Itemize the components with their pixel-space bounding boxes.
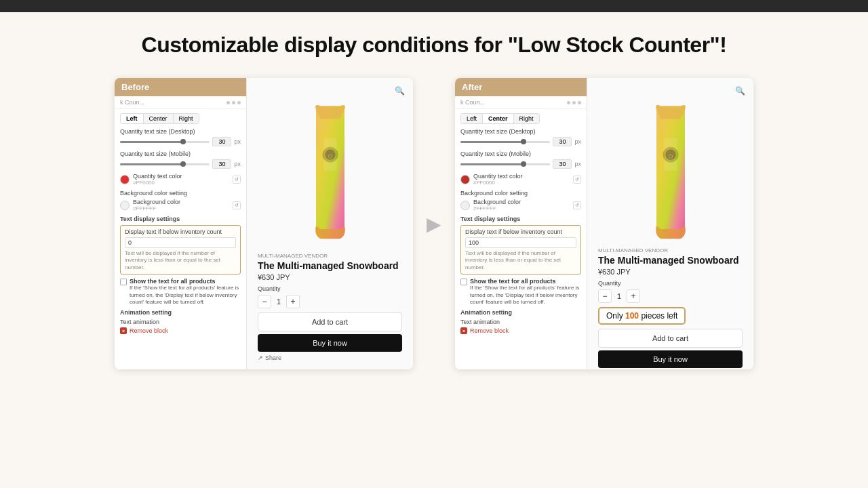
after-product-info: MULTI-MANAGED VENDOR The Multi-managed S… [595, 247, 745, 369]
quantity-control: − 1 + [258, 295, 402, 308]
after-display-text-helper: Text will be displayed if the number of … [465, 250, 576, 271]
after-desktop-slider-track[interactable] [460, 141, 550, 143]
after-desktop-size-label: Quantity text size (Desktop) [460, 128, 581, 135]
after-quantity-control: − 1 + [598, 289, 743, 303]
share-link[interactable]: ↗ Share [258, 354, 402, 361]
after-vendor-label: MULTI-MANAGED VENDOR [598, 247, 743, 253]
after-product-image-container: ⬡ [595, 100, 745, 242]
after-search-icon-row: 🔍 [595, 86, 745, 96]
after-show-all-products-checkbox[interactable] [460, 279, 467, 285]
qty-value: 1 [277, 298, 281, 306]
after-product-price: ¥630 JPY [598, 268, 743, 276]
after-mobile-slider-value: 30 [553, 159, 572, 169]
after-remove-block-btn[interactable]: × Remove block [460, 327, 581, 334]
after-product-panel: 🔍 [587, 78, 753, 369]
topbar-dots-after [567, 101, 581, 104]
mobile-size-label: Quantity text size (Mobile) [120, 150, 241, 157]
after-display-text-box: Display text if below inventory count Te… [460, 225, 581, 274]
animation-title: Animation setting [120, 309, 241, 316]
after-qty-minus-btn[interactable]: − [598, 289, 612, 303]
search-icon-row: 🔍 [255, 86, 405, 96]
after-mobile-slider-row: 30 px [460, 159, 581, 169]
after-settings-panel: After k Coun... Left Center Right Quanti… [455, 78, 587, 369]
before-settings-content: Left Center Right Quantity text size (De… [115, 109, 246, 367]
share-icon: ↗ [258, 354, 263, 361]
low-stock-number: 100 [625, 311, 639, 321]
after-mobile-slider-track[interactable] [460, 163, 550, 165]
bg-color-swatch[interactable] [120, 201, 130, 210]
text-color-row: Quantity text color #FF0000 ↺ [120, 173, 241, 186]
align-left-btn[interactable]: Left [121, 114, 144, 123]
add-to-cart-btn[interactable]: Add to cart [258, 312, 402, 331]
after-badge: After [455, 78, 587, 96]
product-image-container: ⬡ [255, 100, 405, 247]
panels-row: Before k Coun... Left Center Right Quant… [27, 78, 841, 369]
after-align-center-btn[interactable]: Center [483, 114, 514, 123]
low-stock-suffix: pieces left [639, 311, 677, 321]
after-text-color-swatch[interactable] [460, 175, 470, 184]
text-anim-label: Text animation [120, 319, 241, 325]
product-info: MULTI-MANAGED VENDOR The Multi-managed S… [255, 253, 405, 361]
product-price: ¥630 JPY [258, 273, 402, 281]
after-desktop-slider-value: 30 [553, 137, 572, 146]
after-search-icon[interactable]: 🔍 [735, 86, 745, 96]
desktop-slider-track[interactable] [120, 141, 210, 143]
arrow-icon: ▶ [427, 213, 441, 235]
after-text-anim-label: Text animation [460, 319, 581, 325]
remove-icon: × [120, 327, 127, 334]
after-mobile-size-label: Quantity text size (Mobile) [460, 150, 581, 157]
low-stock-badge: Only 100 pieces left [598, 307, 686, 325]
buy-now-btn[interactable]: Buy it now [258, 334, 402, 352]
after-remove-icon: × [460, 327, 467, 334]
after-buy-now-btn[interactable]: Buy it now [598, 350, 743, 368]
after-align-btn-group[interactable]: Left Center Right [460, 113, 540, 124]
page-title: Customizable display conditions for "Low… [142, 33, 727, 58]
align-center-btn[interactable]: Center [144, 114, 174, 123]
desktop-slider-row: 30 px [120, 137, 241, 146]
text-color-reset[interactable]: ↺ [233, 176, 241, 184]
checkbox-label: Show the text for all products [130, 278, 241, 285]
text-color-swatch[interactable] [120, 175, 130, 184]
after-product-title: The Multi-managed Snowboard [598, 255, 743, 266]
text-display-title: Text display settings [120, 216, 241, 222]
after-add-to-cart-btn[interactable]: Add to cart [598, 329, 743, 348]
show-all-products-row: Show the text for all products If the 'S… [120, 278, 241, 306]
after-bg-color-reset[interactable]: ↺ [573, 201, 581, 209]
remove-block-btn[interactable]: × Remove block [120, 327, 241, 334]
align-btn-group[interactable]: Left Center Right [120, 113, 199, 124]
after-align-right-btn[interactable]: Right [514, 114, 539, 123]
qty-plus-btn[interactable]: + [286, 295, 300, 308]
bg-color-row: Background color #FFFFFF ↺ [120, 199, 241, 211]
qty-minus-btn[interactable]: − [258, 295, 271, 308]
mobile-slider-track[interactable] [120, 163, 210, 165]
after-bg-color-row: Background color #FFFFFF ↺ [460, 199, 581, 211]
desktop-size-label: Quantity text size (Desktop) [120, 128, 241, 135]
topbar-dots [226, 101, 241, 104]
bg-color-reset[interactable]: ↺ [233, 201, 241, 209]
after-qty-plus-btn[interactable]: + [627, 289, 640, 303]
bg-color-section-label: Background color setting [120, 190, 241, 197]
after-settings-content: Left Center Right Quantity text size (De… [455, 109, 587, 367]
after-text-color-reset[interactable]: ↺ [573, 176, 581, 184]
desktop-slider-value: 30 [212, 137, 231, 146]
search-icon[interactable]: 🔍 [395, 86, 405, 96]
product-title: The Multi-managed Snowboard [258, 260, 402, 271]
after-checkbox-help: If the 'Show the text for all products' … [470, 285, 581, 306]
after-quantity-label: Quantity [598, 280, 743, 287]
align-right-btn[interactable]: Right [174, 114, 199, 123]
before-settings-panel: Before k Coun... Left Center Right Quant… [115, 78, 247, 369]
checkbox-help: If the 'Show the text for all products' … [130, 285, 241, 306]
product-image: ⬡ [303, 100, 357, 242]
after-desktop-slider-row: 30 px [460, 137, 581, 146]
display-text-input[interactable] [125, 237, 236, 248]
after-align-left-btn[interactable]: Left [461, 114, 483, 123]
after-display-text-input[interactable] [465, 237, 576, 248]
main-content: Customizable display conditions for "Low… [0, 12, 868, 488]
show-all-products-checkbox[interactable] [120, 279, 127, 285]
after-panel: After k Coun... Left Center Right Quanti… [455, 78, 753, 369]
display-text-box: Display text if below inventory count Te… [120, 225, 241, 274]
after-text-display-title: Text display settings [460, 216, 581, 222]
after-bg-color-swatch[interactable] [460, 201, 470, 210]
before-product-panel: 🔍 [247, 78, 413, 369]
vendor-label: MULTI-MANAGED VENDOR [258, 253, 402, 259]
